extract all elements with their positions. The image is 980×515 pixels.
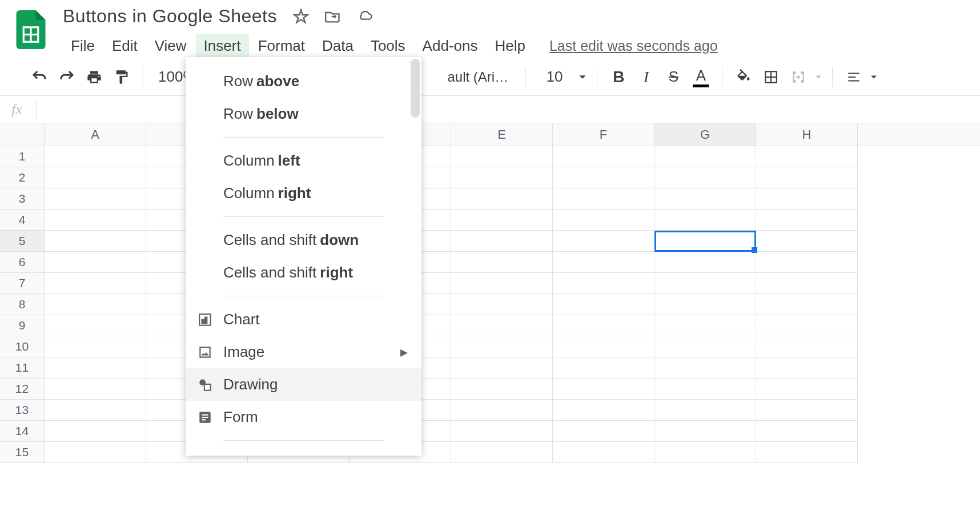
menu-text: Cells and shift [223, 264, 316, 281]
fill-color-button[interactable] [733, 66, 754, 88]
row-header-3[interactable]: 3 [0, 188, 45, 210]
col-header-e[interactable]: E [451, 123, 553, 146]
print-button[interactable] [83, 66, 105, 88]
menu-addons[interactable]: Add-ons [415, 34, 486, 58]
font-name-label: ault (Ari… [448, 69, 509, 85]
title-area: Buttons in Google Sheets File Edit View … [63, 6, 980, 58]
submenu-arrow-icon: ▸ [400, 343, 408, 361]
menu-format[interactable]: Format [250, 34, 313, 58]
row-header-13[interactable]: 13 [0, 400, 45, 421]
row-header-2[interactable]: 2 [0, 167, 45, 188]
menu-separator [223, 296, 384, 296]
insert-cells-shift-down[interactable]: Cells and shiftdown [186, 224, 421, 256]
menu-insert[interactable]: Insert [196, 34, 249, 58]
chevron-down-icon[interactable] [870, 74, 877, 81]
row-header-4[interactable]: 4 [0, 210, 45, 231]
insert-form[interactable]: Form [186, 401, 421, 433]
toolbar-separator [832, 67, 833, 87]
insert-row-above[interactable]: Rowabove [186, 65, 421, 98]
menu-text: Cells and shift [223, 231, 316, 249]
row-headers: 1 2 3 4 5 6 7 8 9 10 11 12 13 14 15 [0, 146, 45, 463]
select-all-corner[interactable] [0, 123, 45, 146]
image-icon [197, 344, 213, 360]
row-header-1[interactable]: 1 [0, 146, 45, 167]
row-header-9[interactable]: 9 [0, 315, 45, 336]
row-header-8[interactable]: 8 [0, 294, 45, 315]
menu-edit[interactable]: Edit [104, 34, 146, 58]
paint-format-button[interactable] [111, 66, 132, 88]
menu-text-bold: down [320, 231, 359, 249]
move-icon[interactable] [325, 9, 341, 25]
toolbar: 100% ault (Ari… 10 B I S A [0, 58, 980, 96]
menu-file[interactable]: File [63, 34, 103, 58]
col-header-g[interactable]: G [654, 123, 756, 146]
sheet-body: 1 2 3 4 5 6 7 8 9 10 11 12 13 14 15 [0, 146, 980, 463]
menu-text: Column [223, 184, 275, 202]
row-header-12[interactable]: 12 [0, 379, 45, 400]
col-header-h[interactable]: H [756, 123, 858, 146]
formula-input[interactable] [37, 103, 980, 116]
drawing-icon [197, 377, 213, 393]
sheet-area: A B C D E F G H 1 2 3 4 5 6 7 8 9 10 11 … [0, 123, 980, 463]
toolbar-separator [597, 67, 597, 87]
bold-button[interactable]: B [608, 66, 629, 88]
row-header-10[interactable]: 10 [0, 336, 45, 357]
chevron-down-icon[interactable] [815, 74, 822, 81]
strikethrough-button[interactable]: S [662, 66, 684, 88]
menu-text: Row [223, 105, 253, 123]
row-header-7[interactable]: 7 [0, 273, 45, 294]
row-header-11[interactable]: 11 [0, 357, 45, 379]
menu-text: Image [223, 343, 264, 361]
menu-text: Drawing [223, 376, 278, 393]
svg-rect-12 [202, 414, 208, 415]
menu-text: Column [223, 152, 275, 170]
menu-help[interactable]: Help [487, 34, 533, 58]
redo-button[interactable] [56, 66, 78, 88]
row-header-15[interactable]: 15 [0, 442, 45, 463]
row-header-5[interactable]: 5 [0, 231, 45, 252]
sheets-logo[interactable] [16, 10, 46, 49]
insert-column-left[interactable]: Columnleft [186, 144, 421, 177]
menu-text-bold: below [256, 105, 299, 123]
menu-text: Form [223, 408, 258, 426]
cells-grid[interactable] [45, 146, 980, 463]
col-header-a[interactable]: A [45, 123, 146, 146]
menu-view[interactable]: View [147, 34, 195, 58]
insert-cells-shift-right[interactable]: Cells and shiftright [186, 256, 421, 289]
svg-rect-10 [204, 384, 211, 390]
menu-separator [223, 137, 384, 138]
insert-column-right[interactable]: Columnright [186, 177, 421, 210]
insert-drawing[interactable]: Drawing [186, 368, 421, 401]
menu-text: Chart [223, 311, 260, 328]
star-icon[interactable] [293, 9, 309, 25]
borders-button[interactable] [760, 66, 782, 88]
row-header-14[interactable]: 14 [0, 421, 45, 442]
formula-bar: fx [0, 96, 980, 123]
fx-label: fx [11, 101, 22, 118]
menu-text-bold: right [278, 184, 311, 202]
doc-title[interactable]: Buttons in Google Sheets [63, 6, 277, 27]
col-header-f[interactable]: F [553, 123, 654, 146]
chevron-down-icon[interactable] [579, 73, 587, 81]
text-color-button[interactable]: A [690, 66, 712, 88]
row-header-6[interactable]: 6 [0, 252, 45, 273]
last-edit-link[interactable]: Last edit was seconds ago [549, 38, 718, 54]
insert-image[interactable]: Image ▸ [186, 336, 421, 368]
font-size-dropdown[interactable]: 10 [536, 68, 573, 86]
merge-cells-button[interactable] [788, 66, 809, 88]
menu-data[interactable]: Data [314, 34, 362, 58]
toolbar-separator [722, 67, 722, 87]
title-row: Buttons in Google Sheets [63, 6, 980, 29]
menu-text: Row [223, 73, 253, 90]
cloud-status-icon[interactable] [357, 9, 373, 25]
insert-chart[interactable]: Chart [186, 303, 421, 336]
menu-tools[interactable]: Tools [363, 34, 413, 58]
insert-row-below[interactable]: Rowbelow [186, 98, 421, 130]
italic-button[interactable]: I [635, 66, 657, 88]
menu-text-bold: above [256, 73, 299, 90]
font-name-dropdown[interactable]: ault (Ari… [441, 69, 515, 85]
toolbar-separator [525, 67, 526, 87]
undo-button[interactable] [29, 66, 50, 88]
menubar: File Edit View Insert Format Data Tools … [63, 34, 980, 58]
horizontal-align-button[interactable] [843, 66, 865, 88]
